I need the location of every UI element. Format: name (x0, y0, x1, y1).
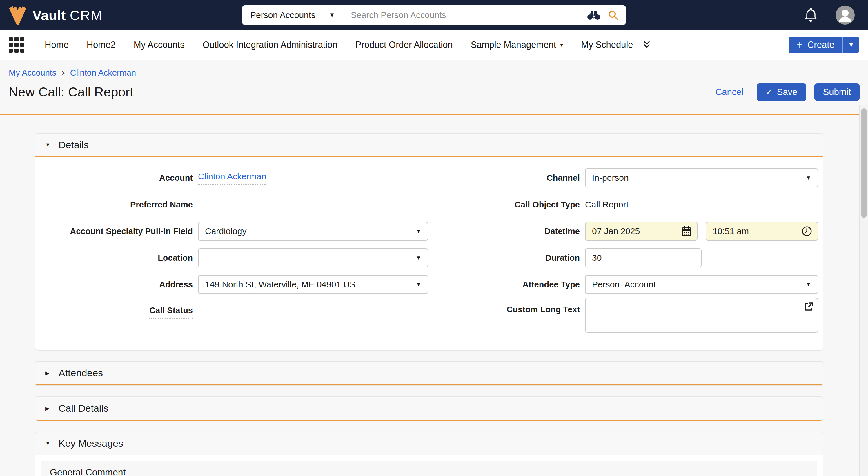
nav-overflow-chevrons-icon[interactable] (642, 40, 652, 50)
address-value: 149 North St, Waterville, ME 04901 US (205, 279, 355, 290)
custom-long-text-wrap (585, 298, 818, 334)
channel-label: Channel (428, 173, 580, 183)
channel-value: In-person (592, 173, 629, 183)
save-button-label: Save (777, 87, 798, 97)
details-right-column: Channel In-person ▼ Call Object Type Cal… (428, 165, 818, 338)
key-messages-section-title: Key Messages (59, 438, 123, 449)
key-messages-panel: ▼ Key Messages General Comment (35, 432, 824, 476)
caret-down-icon: ▼ (329, 11, 335, 19)
details-section-header[interactable]: ▼ Details (35, 134, 823, 157)
user-avatar[interactable] (836, 5, 855, 25)
nav-item-product-order-allocation[interactable]: Product Order Allocation (355, 40, 453, 50)
breadcrumb-my-accounts[interactable]: My Accounts (9, 68, 56, 78)
search-category-value: Person Accounts (250, 10, 315, 20)
plus-icon: + (797, 40, 803, 50)
create-button-label: Create (807, 40, 834, 50)
details-left-column: Account Clinton Ackerman Preferred Name … (40, 165, 428, 338)
create-button[interactable]: + Create (788, 36, 842, 53)
details-panel: ▼ Details Account Clinton Ackerman Prefe… (35, 133, 824, 350)
call-object-type-label: Call Object Type (428, 199, 580, 210)
key-messages-section-header[interactable]: ▼ Key Messages (35, 432, 823, 455)
time-input[interactable]: 10:51 am (706, 222, 818, 241)
date-input[interactable]: 07 Jan 2025 (585, 222, 698, 241)
header-right (804, 5, 859, 25)
field-location: Location ▼ (40, 244, 428, 271)
global-search: Person Accounts ▼ (242, 5, 626, 25)
search-icon[interactable] (608, 10, 618, 20)
attendees-section-title: Attendees (59, 367, 103, 379)
datetime-inputs: 07 Jan 2025 (585, 222, 818, 241)
vault-logo-icon (9, 5, 27, 25)
field-account-specialty: Account Specialty Pull-in Field Cardiolo… (40, 218, 428, 244)
search-icons (587, 10, 626, 20)
field-address: Address 149 North St, Waterville, ME 049… (40, 271, 428, 298)
clock-icon[interactable] (801, 226, 812, 237)
account-specialty-value: Cardiology (205, 226, 246, 236)
create-split-button: + Create ▼ (788, 36, 859, 53)
caret-down-icon: ▾ (560, 41, 563, 48)
page-title-row: New Call: Call Report Cancel ✓ Save Subm… (0, 78, 868, 106)
breadcrumb: My Accounts › Clinton Ackerman (0, 60, 868, 78)
expand-external-icon[interactable] (803, 301, 813, 312)
field-custom-long-text: Custom Long Text (428, 298, 818, 338)
field-call-object-type: Call Object Type Call Report (428, 191, 818, 218)
cancel-button[interactable]: Cancel (715, 87, 744, 97)
search-category-select[interactable]: Person Accounts ▼ (242, 5, 343, 25)
caret-down-icon: ▼ (45, 440, 52, 446)
account-value-link[interactable]: Clinton Ackerman (198, 171, 266, 184)
nav-item-home[interactable]: Home (44, 40, 69, 50)
nav-item-sample-management[interactable]: Sample Management ▾ (471, 40, 563, 50)
attendees-section-header[interactable]: ▶ Attendees (35, 362, 823, 385)
save-button[interactable]: ✓ Save (757, 83, 806, 101)
duration-input[interactable] (585, 248, 702, 267)
attendee-type-select[interactable]: Person_Account ▼ (585, 275, 818, 294)
nav-items: Home Home2 My Accounts Outlook Integrati… (44, 40, 633, 50)
brand-name-light: CRM (70, 7, 103, 23)
field-datetime: Datetime 07 Jan 2025 (428, 218, 818, 244)
custom-long-text-input[interactable] (585, 298, 818, 333)
datetime-label: Datetime (428, 226, 580, 236)
submit-button-label: Submit (823, 87, 851, 97)
calendar-icon[interactable] (681, 226, 692, 237)
search-input[interactable] (343, 5, 587, 25)
app-header: Vault CRM Person Accounts ▼ (0, 0, 868, 30)
binoculars-icon[interactable] (587, 10, 600, 20)
channel-select[interactable]: In-person ▼ (585, 168, 818, 188)
call-status-label: Call Status (40, 305, 193, 319)
preferred-name-label: Preferred Name (40, 199, 193, 210)
brand-name: Vault CRM (32, 7, 103, 23)
caret-right-icon: ▶ (45, 370, 52, 376)
caret-down-icon: ▼ (848, 41, 855, 49)
key-messages-body: General Comment (35, 455, 823, 476)
nav-item-my-schedule[interactable]: My Schedule (581, 40, 633, 50)
vertical-scrollbar[interactable] (859, 105, 868, 476)
custom-long-text-label: Custom Long Text (428, 304, 580, 315)
caret-down-icon: ▼ (416, 228, 421, 234)
location-select[interactable]: ▼ (198, 248, 428, 267)
account-specialty-select[interactable]: Cardiology ▼ (198, 222, 428, 241)
notifications-bell-icon[interactable] (804, 7, 818, 23)
field-preferred-name: Preferred Name (40, 191, 428, 218)
general-comment-title: General Comment (50, 467, 126, 476)
attendee-type-label: Attendee Type (428, 279, 580, 290)
attendee-type-value: Person_Account (592, 279, 656, 290)
check-icon: ✓ (765, 88, 772, 97)
details-section-title: Details (59, 139, 89, 151)
account-label: Account (40, 173, 193, 183)
submit-button[interactable]: Submit (814, 83, 860, 101)
caret-down-icon: ▼ (416, 281, 421, 288)
field-duration: Duration (428, 244, 818, 271)
create-dropdown-button[interactable]: ▼ (843, 36, 859, 53)
time-value: 10:51 am (713, 226, 749, 236)
location-label: Location (40, 252, 193, 263)
field-account: Account Clinton Ackerman (40, 165, 428, 191)
scrollbar-thumb[interactable] (861, 108, 867, 218)
caret-down-icon: ▼ (806, 175, 811, 181)
nav-item-home2[interactable]: Home2 (87, 40, 116, 50)
breadcrumb-clinton-ackerman[interactable]: Clinton Ackerman (70, 68, 136, 78)
app-launcher-icon[interactable] (9, 37, 24, 53)
nav-item-outlook-integration-administration[interactable]: Outlook Integration Administration (203, 40, 337, 50)
call-details-section-header[interactable]: ▶ Call Details (35, 397, 823, 421)
nav-item-my-accounts[interactable]: My Accounts (134, 40, 185, 50)
address-select[interactable]: 149 North St, Waterville, ME 04901 US ▼ (198, 275, 428, 294)
